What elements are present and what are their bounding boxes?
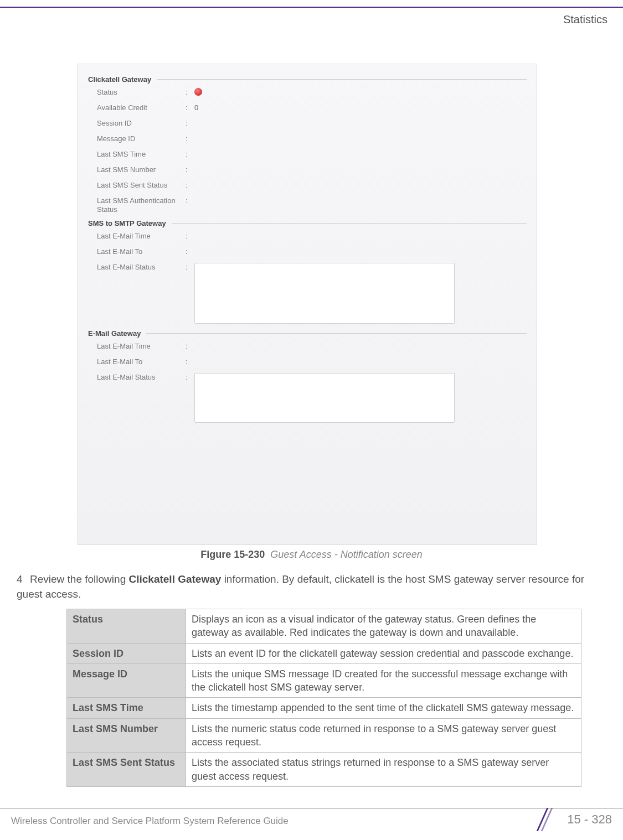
field-colon: : xyxy=(186,119,194,127)
field-label: Last E-Mail Time xyxy=(97,232,186,241)
field-row: Available Credit : 0 xyxy=(97,103,527,116)
field-colon: : xyxy=(186,150,194,158)
term-cell: Status xyxy=(67,609,186,644)
group-divider xyxy=(157,79,527,80)
field-row: Last SMS Authentication Status : xyxy=(97,196,527,214)
field-colon: : xyxy=(186,165,194,174)
group-divider xyxy=(172,223,527,224)
desc-cell: Lists the unique SMS message ID created … xyxy=(186,663,581,698)
field-value xyxy=(194,263,527,324)
field-label: Last E-Mail Time xyxy=(97,342,186,351)
desc-cell: Lists an event ID for the clickatell gat… xyxy=(186,643,581,663)
field-label: Last E-Mail Status xyxy=(97,263,186,272)
field-row: Status : xyxy=(97,88,527,100)
group-title: SMS to SMTP Gateway xyxy=(88,219,166,227)
field-colon: : xyxy=(186,196,194,205)
desc-cell: Lists the timestamp appended to the sent… xyxy=(186,698,581,718)
table-row: Session ID Lists an event ID for the cli… xyxy=(67,643,581,663)
field-row: Last E-Mail Status : xyxy=(97,373,527,423)
field-label: Last SMS Number xyxy=(97,165,186,174)
definitions-table: Status Displays an icon as a visual indi… xyxy=(66,609,581,787)
footer-rule xyxy=(0,808,623,809)
figure-title: Guest Access - Notification screen xyxy=(270,549,422,560)
brand-slash-icon xyxy=(538,809,559,830)
field-row: Message ID : xyxy=(97,134,527,147)
field-colon: : xyxy=(186,181,194,189)
group-clickatell: Clickatell Gateway Status : Available Cr… xyxy=(88,75,527,214)
header-rule xyxy=(0,7,623,8)
table-row: Last SMS Time Lists the timestamp append… xyxy=(67,698,581,718)
field-label: Available Credit xyxy=(97,103,186,112)
running-header: Statistics xyxy=(563,13,607,26)
group-divider xyxy=(146,333,527,334)
figure-caption: Figure 15-230 Guest Access - Notificatio… xyxy=(0,549,623,561)
status-textarea xyxy=(194,263,455,324)
field-row: Last SMS Time : xyxy=(97,150,527,162)
field-label: Last SMS Authentication Status xyxy=(97,196,186,214)
status-down-icon xyxy=(194,88,202,96)
field-colon: : xyxy=(186,232,194,240)
field-colon: : xyxy=(186,88,194,96)
page-number: 15 - 328 xyxy=(567,812,612,827)
status-textarea xyxy=(194,373,455,423)
step-number: 4 xyxy=(17,572,30,587)
field-row: Last SMS Sent Status : xyxy=(97,181,527,193)
table-row: Last SMS Number Lists the numeric status… xyxy=(67,718,581,753)
field-label: Status xyxy=(97,88,186,97)
term-cell: Last SMS Number xyxy=(67,718,186,753)
step-text-a: Review the following xyxy=(30,573,128,585)
group-title-row: E-Mail Gateway xyxy=(88,329,527,338)
step-text: 4Review the following Clickatell Gateway… xyxy=(17,572,610,602)
field-value xyxy=(194,88,527,97)
group-title-row: SMS to SMTP Gateway xyxy=(88,219,527,227)
term-cell: Session ID xyxy=(67,643,186,663)
table-row: Last SMS Sent Status Lists the associate… xyxy=(67,753,581,787)
term-cell: Message ID xyxy=(67,663,186,698)
footer-right: 15 - 328 xyxy=(538,809,612,830)
group-title-row: Clickatell Gateway xyxy=(88,75,527,84)
field-label: Message ID xyxy=(97,134,186,143)
field-value xyxy=(194,373,527,423)
term-cell: Last SMS Sent Status xyxy=(67,753,186,787)
field-label: Last SMS Sent Status xyxy=(97,181,186,190)
field-colon: : xyxy=(186,357,194,366)
field-colon: : xyxy=(186,263,194,271)
field-label: Last E-Mail To xyxy=(97,357,186,366)
table-row: Message ID Lists the unique SMS message … xyxy=(67,663,581,698)
step-bold: Clickatell Gateway xyxy=(128,573,221,585)
field-label: Session ID xyxy=(97,119,186,128)
desc-cell: Lists the numeric status code returned i… xyxy=(186,718,581,753)
table-row: Status Displays an icon as a visual indi… xyxy=(67,609,581,644)
field-row: Session ID : xyxy=(97,119,527,131)
footer-doc-title: Wireless Controller and Service Platform… xyxy=(11,816,289,827)
group-title: Clickatell Gateway xyxy=(88,75,151,84)
field-row: Last E-Mail To : xyxy=(97,247,527,260)
field-colon: : xyxy=(186,342,194,350)
field-colon: : xyxy=(186,103,194,112)
group-sms-smtp: SMS to SMTP Gateway Last E-Mail Time : L… xyxy=(88,219,527,324)
field-row: Last E-Mail To : xyxy=(97,357,527,370)
field-colon: : xyxy=(186,373,194,381)
group-email: E-Mail Gateway Last E-Mail Time : Last E… xyxy=(88,329,527,423)
group-title: E-Mail Gateway xyxy=(88,329,141,338)
figure-label: Figure 15-230 xyxy=(200,549,265,560)
field-colon: : xyxy=(186,247,194,256)
field-row: Last E-Mail Time : xyxy=(97,342,527,354)
desc-cell: Displays an icon as a visual indicator o… xyxy=(186,609,581,644)
field-label: Last E-Mail Status xyxy=(97,373,186,382)
desc-cell: Lists the associated status strings retu… xyxy=(186,753,581,787)
field-row: Last SMS Number : xyxy=(97,165,527,178)
field-label: Last E-Mail To xyxy=(97,247,186,256)
screenshot-panel: Clickatell Gateway Status : Available Cr… xyxy=(78,64,537,545)
term-cell: Last SMS Time xyxy=(67,698,186,718)
field-row: Last E-Mail Status : xyxy=(97,263,527,324)
field-label: Last SMS Time xyxy=(97,150,186,159)
field-row: Last E-Mail Time : xyxy=(97,232,527,244)
field-colon: : xyxy=(186,134,194,143)
field-value: 0 xyxy=(194,103,527,112)
